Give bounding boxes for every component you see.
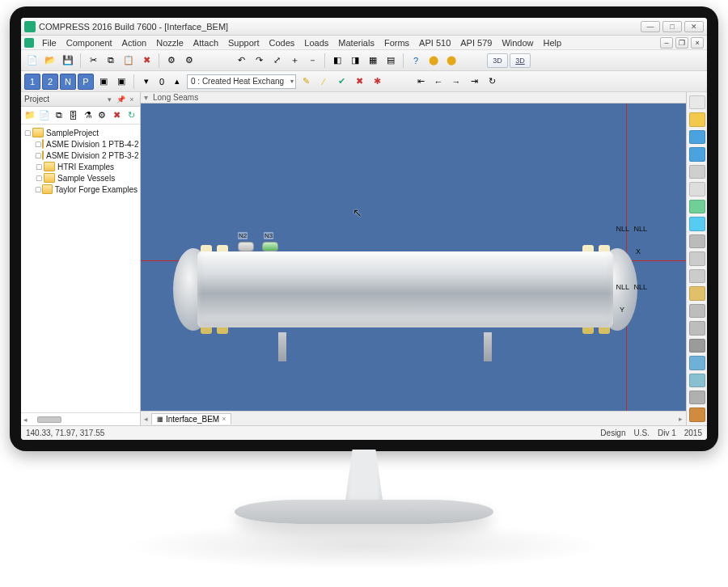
tree-item[interactable]: ▢ HTRI Examples	[23, 161, 138, 172]
rotate-right-icon[interactable]: ↷	[251, 53, 267, 69]
open-file-icon[interactable]: 📂	[42, 53, 58, 69]
mdi-minimize-button[interactable]: –	[660, 37, 673, 49]
zoom-in-icon[interactable]: ＋	[286, 53, 303, 69]
palette-item[interactable]	[689, 234, 705, 248]
app-menu-icon[interactable]	[24, 38, 34, 48]
view-icon[interactable]: ◨	[347, 53, 363, 69]
palette-item[interactable]	[689, 95, 705, 109]
new-file-icon[interactable]: 📄	[24, 53, 40, 69]
view-icon[interactable]: ▤	[383, 53, 399, 69]
menu-file[interactable]: File	[37, 38, 61, 48]
palette-item[interactable]	[689, 165, 705, 179]
highlight-icon[interactable]: ⁄	[315, 74, 332, 90]
mdi-restore-button[interactable]: ❐	[675, 37, 688, 49]
settings-icon[interactable]: ⚙	[95, 108, 108, 123]
horizontal-scrollbar[interactable]: ◂	[21, 412, 140, 425]
palette-item[interactable]	[689, 251, 705, 265]
panel-dropdown-icon[interactable]: ▾	[104, 95, 114, 104]
tool-icon[interactable]: ⚙	[163, 53, 180, 69]
tree-item[interactable]: ▢ Taylor Forge Examples	[23, 184, 138, 195]
nav-next-icon[interactable]: →	[448, 74, 464, 90]
tree-root[interactable]: ▢ SampleProject	[23, 127, 138, 138]
tab-close-icon[interactable]: ×	[222, 415, 226, 423]
tree-item[interactable]: ▢ ASME Division 1 PTB-4-2	[23, 138, 138, 150]
menu-window[interactable]: Window	[497, 38, 538, 48]
info-icon[interactable]: ⬤	[443, 53, 459, 69]
refresh-icon[interactable]: ↻	[484, 74, 500, 90]
menu-codes[interactable]: Codes	[265, 38, 300, 48]
palette-item[interactable]	[689, 112, 705, 126]
palette-item[interactable]	[689, 321, 705, 335]
view-icon[interactable]: ▦	[365, 53, 381, 69]
component-select[interactable]: 0 : Created Heat Exchang	[187, 74, 296, 89]
refresh-icon[interactable]: ↻	[125, 108, 138, 123]
target-icon[interactable]: ✱	[369, 74, 385, 90]
palette-item[interactable]	[689, 408, 705, 421]
server-icon[interactable]: 🗄	[67, 108, 80, 123]
minimize-button[interactable]: —	[641, 21, 660, 32]
help-icon[interactable]: ?	[408, 53, 424, 69]
cancel-icon[interactable]: ✖	[351, 74, 367, 90]
palette-item[interactable]	[689, 200, 705, 213]
palette-item[interactable]	[689, 269, 705, 283]
palette-item[interactable]	[689, 374, 705, 387]
tab-scroll-left-icon[interactable]: ◂	[144, 415, 148, 423]
view-icon[interactable]: ◧	[329, 53, 345, 69]
palette-item[interactable]	[689, 286, 705, 300]
badge-n[interactable]: N	[60, 74, 76, 90]
menu-forms[interactable]: Forms	[379, 38, 414, 48]
palette-item[interactable]	[689, 217, 705, 230]
palette-item[interactable]	[689, 130, 705, 144]
menu-materials[interactable]: Materials	[333, 38, 379, 48]
paste-icon[interactable]: 📋	[121, 53, 137, 69]
palette-item[interactable]	[689, 182, 705, 196]
document-tab[interactable]: ▦ Interface_BEM ×	[151, 413, 231, 424]
nav-first-icon[interactable]: ⇤	[413, 74, 429, 90]
tool-icon[interactable]: ▣	[113, 74, 129, 90]
menu-attach[interactable]: Attach	[188, 38, 223, 48]
nav-prev-icon[interactable]: ←	[430, 74, 447, 90]
menu-api510[interactable]: API 510	[414, 38, 455, 48]
edit-icon[interactable]: ✎	[298, 74, 314, 90]
menu-action[interactable]: Action	[117, 38, 152, 48]
close-button[interactable]: ✕	[684, 21, 704, 32]
menu-component[interactable]: Component	[61, 38, 117, 48]
badge-p[interactable]: P	[78, 74, 94, 90]
panel-pin-icon[interactable]: 📌	[116, 95, 125, 104]
delete-icon[interactable]: ✖	[138, 53, 154, 69]
panel-close-icon[interactable]: ×	[127, 95, 137, 104]
rev-down-icon[interactable]: ▾	[138, 74, 154, 90]
palette-item[interactable]	[689, 147, 705, 161]
view-3d-button[interactable]: 3D	[487, 53, 508, 68]
zoom-fit-icon[interactable]: ⤢	[269, 53, 285, 69]
new-icon[interactable]: 📄	[38, 108, 51, 123]
palette-item[interactable]	[689, 391, 705, 404]
3d-viewport[interactable]: N2 N3 NLL NLL NLL NLL X Y ↖	[141, 103, 686, 411]
tab-scroll-right-icon[interactable]: ▸	[679, 415, 683, 423]
rotate-left-icon[interactable]: ↶	[233, 53, 249, 69]
project-tree[interactable]: ▢ SampleProject ▢ ASME Division 1 PTB-4-…	[21, 125, 140, 412]
rev-up-icon[interactable]: ▴	[169, 74, 185, 90]
maximize-button[interactable]: □	[662, 21, 682, 32]
menu-help[interactable]: Help	[539, 38, 567, 48]
badge-2[interactable]: 2	[42, 74, 58, 90]
palette-item[interactable]	[689, 304, 705, 318]
palette-item[interactable]	[689, 339, 705, 353]
delete-icon[interactable]: ✖	[110, 108, 123, 123]
filter-icon[interactable]: ⚗	[82, 108, 95, 123]
tree-item[interactable]: ▢ ASME Division 2 PTB-3-2	[23, 150, 138, 161]
nav-last-icon[interactable]: ⇥	[466, 74, 482, 90]
vessel-model[interactable]: N2 N3	[173, 245, 637, 334]
copy-icon[interactable]: ⧉	[103, 53, 119, 69]
tree-item[interactable]: ▢ Sample Vessels	[23, 172, 138, 184]
tool-icon[interactable]: ▣	[95, 74, 112, 90]
check-icon[interactable]: ✔	[333, 74, 349, 90]
folder-icon[interactable]: 📁	[23, 108, 36, 123]
zoom-out-icon[interactable]: －	[304, 53, 320, 69]
menu-nozzle[interactable]: Nozzle	[151, 38, 188, 48]
save-icon[interactable]: 💾	[60, 53, 76, 69]
menu-loads[interactable]: Loads	[299, 38, 333, 48]
badge-1[interactable]: 1	[24, 74, 40, 90]
scroll-thumb[interactable]	[37, 416, 61, 423]
palette-item[interactable]	[689, 356, 705, 370]
